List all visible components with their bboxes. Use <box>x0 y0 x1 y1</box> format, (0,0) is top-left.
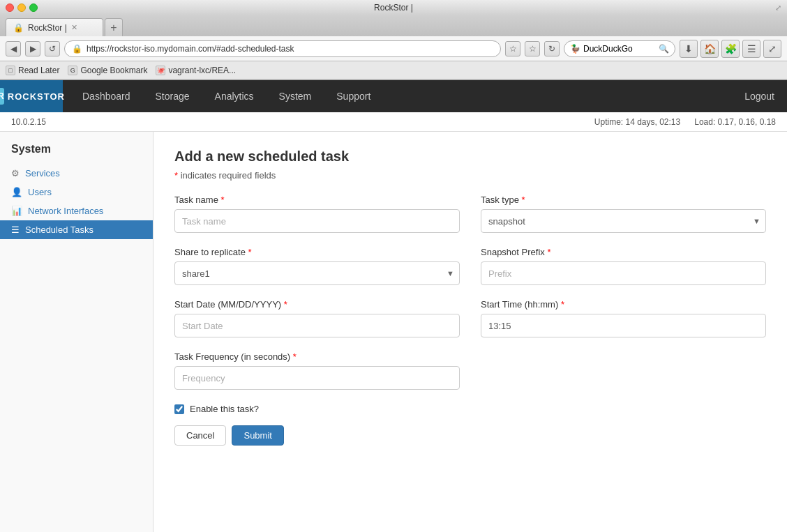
start-date-input[interactable] <box>174 314 460 337</box>
scheduled-tasks-icon: ☰ <box>11 225 20 235</box>
sidebar-users-label: Users <box>28 187 52 197</box>
vagrant-icon: 🐙 <box>156 66 165 75</box>
bookmark-google[interactable]: G Google Bookmark <box>68 66 147 75</box>
share-group: Share to replicate * share1 share2 share… <box>174 247 460 285</box>
browser-titlebar: RockStor | ⤢ <box>0 0 787 15</box>
bookmark-vagrant[interactable]: 🐙 vagrant-lxc/REA... <box>156 66 236 75</box>
logo-text: ROCKSTOR <box>8 91 65 102</box>
uptime-load: Uptime: 14 days, 02:13 Load: 0.17, 0.16,… <box>594 117 776 127</box>
frequency-label: Task Frequency (in seconds) * <box>174 351 460 362</box>
task-type-label: Task type * <box>481 195 766 205</box>
required-note: * indicates required fields <box>174 170 766 181</box>
tab-title: RockStor | <box>28 23 67 33</box>
sidebar-network-label: Network Interfaces <box>28 206 103 216</box>
traffic-light-close[interactable] <box>6 3 14 12</box>
network-icon: 📊 <box>11 206 22 216</box>
start-time-input[interactable] <box>481 314 766 337</box>
browser-action-buttons: ⬇ 🏠 🧩 ☰ ⤢ <box>680 40 781 58</box>
required-asterisk: * <box>174 170 178 181</box>
form-grid: Task name * Task type * snapshot scrub r… <box>174 195 766 390</box>
url-text: https://rockstor-iso.mydomain.com/#add-s… <box>87 44 294 54</box>
load-label: Load: 0.17, 0.16, 0.18 <box>694 117 776 127</box>
forward-button[interactable]: ▶ <box>25 41 40 56</box>
task-type-select[interactable]: snapshot scrub replication <box>481 209 766 233</box>
traffic-light-minimize[interactable] <box>17 3 26 12</box>
submit-button[interactable]: Submit <box>232 425 283 446</box>
sidebar-item-scheduled-tasks[interactable]: ☰ Scheduled Tasks <box>0 220 153 239</box>
form-buttons: Cancel Submit <box>174 425 766 446</box>
sidebar: System ⚙ Services 👤 Users 📊 Network Inte… <box>0 132 153 532</box>
app-logo: R ROCKSTOR <box>0 80 63 112</box>
sidebar-services-label: Services <box>25 168 60 178</box>
search-icon: 🔍 <box>659 44 669 54</box>
bookmark-list-icon[interactable]: ☆ <box>525 41 540 56</box>
task-type-select-wrapper: snapshot scrub replication ▼ <box>481 209 766 233</box>
duckduckgo-icon: 🦆 <box>570 44 580 54</box>
refresh-button[interactable]: ↻ <box>544 41 560 56</box>
url-bar[interactable]: 🔒 https://rockstor-iso.mydomain.com/#add… <box>64 40 501 57</box>
reload-button[interactable]: ↺ <box>45 41 60 56</box>
logout-button[interactable]: Logout <box>732 80 787 112</box>
main-content: Add a new scheduled task * indicates req… <box>153 132 787 532</box>
new-tab-button[interactable]: + <box>105 18 123 36</box>
nav-analytics[interactable]: Analytics <box>202 80 267 112</box>
users-icon: 👤 <box>11 187 22 197</box>
menu-icon[interactable]: ☰ <box>742 40 760 58</box>
back-button[interactable]: ◀ <box>6 41 21 56</box>
logo-icon: R <box>0 88 4 105</box>
nav-dashboard[interactable]: Dashboard <box>70 80 143 112</box>
nav-system[interactable]: System <box>267 80 324 112</box>
search-box[interactable]: 🦆 DuckDuckGo 🔍 <box>564 40 675 57</box>
download-icon[interactable]: ⬇ <box>680 40 698 58</box>
extensions-icon[interactable]: 🧩 <box>721 40 740 58</box>
snapshot-prefix-required: * <box>547 247 550 257</box>
home-icon[interactable]: 🏠 <box>700 40 719 58</box>
google-bookmark-icon: G <box>68 66 77 75</box>
task-name-group: Task name * <box>174 195 460 233</box>
bookmarks-bar: □ Read Later G Google Bookmark 🐙 vagrant… <box>0 61 787 79</box>
services-icon: ⚙ <box>11 168 20 178</box>
sidebar-item-users[interactable]: 👤 Users <box>0 183 153 202</box>
browser-tab-active[interactable]: 🔒 RockStor | ✕ <box>6 18 103 36</box>
fullscreen-icon[interactable]: ⤢ <box>763 40 781 58</box>
required-note-text: indicates required fields <box>181 170 276 181</box>
share-select-wrapper: share1 share2 share3 ▼ <box>174 261 460 285</box>
share-select[interactable]: share1 share2 share3 <box>174 261 460 285</box>
frequency-required: * <box>293 351 297 362</box>
browser-expand-icon[interactable]: ⤢ <box>775 3 781 13</box>
uptime-label: Uptime: 14 days, 02:13 <box>594 117 680 127</box>
traffic-light-fullscreen[interactable] <box>29 3 38 12</box>
app-header: R ROCKSTOR Dashboard Storage Analytics S… <box>0 80 787 112</box>
bookmark-google-label: Google Bookmark <box>80 66 147 75</box>
bookmark-star-icon[interactable]: ☆ <box>505 41 520 56</box>
bookmark-vagrant-label: vagrant-lxc/REA... <box>168 66 236 75</box>
app-nav-right: Logout <box>732 80 787 112</box>
share-label: Share to replicate * <box>174 247 460 257</box>
start-time-required: * <box>561 299 564 310</box>
sidebar-item-network-interfaces[interactable]: 📊 Network Interfaces <box>0 202 153 220</box>
frequency-input[interactable] <box>174 366 460 390</box>
sidebar-item-services[interactable]: ⚙ Services <box>0 164 153 183</box>
nav-storage[interactable]: Storage <box>143 80 202 112</box>
sidebar-heading: System <box>0 143 153 164</box>
cancel-button[interactable]: Cancel <box>174 425 226 446</box>
nav-support[interactable]: Support <box>324 80 383 112</box>
start-time-label: Start Time (hh:mm) * <box>481 299 766 310</box>
lock-icon: 🔒 <box>72 44 82 54</box>
bookmark-read-later[interactable]: □ Read Later <box>6 66 59 75</box>
enable-label[interactable]: Enable this task? <box>190 404 259 414</box>
traffic-lights <box>6 3 38 12</box>
start-time-group: Start Time (hh:mm) * <box>481 299 766 337</box>
task-name-input[interactable] <box>174 209 460 233</box>
browser-addressbar: ◀ ▶ ↺ 🔒 https://rockstor-iso.mydomain.co… <box>0 36 787 61</box>
tab-favicon: 🔒 <box>13 23 24 33</box>
frequency-group: Task Frequency (in seconds) * <box>174 351 460 390</box>
snapshot-prefix-input[interactable] <box>481 261 766 285</box>
snapshot-prefix-label: Snapshot Prefix * <box>481 247 766 257</box>
start-date-group: Start Date (MM/DD/YYYY) * <box>174 299 460 337</box>
app-nav: Dashboard Storage Analytics System Suppo… <box>70 80 383 112</box>
sidebar-scheduled-tasks-label: Scheduled Tasks <box>25 225 93 235</box>
browser-tabs: 🔒 RockStor | ✕ + <box>0 15 787 36</box>
enable-checkbox[interactable] <box>174 404 184 414</box>
tab-close-icon[interactable]: ✕ <box>71 23 77 32</box>
